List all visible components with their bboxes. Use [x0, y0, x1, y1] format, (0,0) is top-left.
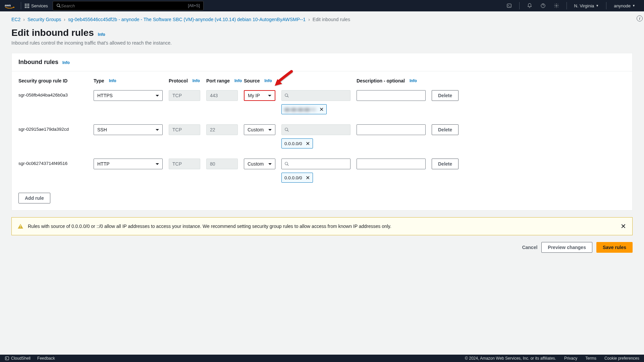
remove-chip-icon[interactable]: ✕: [306, 175, 310, 181]
svg-text:aws: aws: [5, 3, 11, 7]
rule-row: sgr-058fb4d4ba426b0a3HTTPSMy IP▮▮.▮▮.▮▮.…: [18, 90, 626, 114]
rule-id: sgr-02915ae179da392cd: [18, 124, 94, 132]
caret-down-icon: [156, 129, 159, 131]
protocol-input: [169, 90, 200, 101]
services-label: Services: [31, 3, 48, 8]
nav-divider: [21, 2, 21, 9]
nav-divider: [606, 2, 606, 9]
breadcrumb-link[interactable]: sg-0eb455646cc45df2b - anynode - The Sof…: [68, 17, 306, 22]
search-icon: [56, 3, 61, 8]
col-source: SourceInfo: [244, 78, 281, 83]
rule-row: sgr-0c062743714f49516HTTPCustom0.0.0.0/0…: [18, 159, 626, 183]
type-select[interactable]: HTTP: [94, 159, 163, 169]
inbound-rules-panel: Inbound rules Info Security group rule I…: [11, 53, 633, 210]
source-type-select[interactable]: My IP: [244, 90, 275, 101]
col-id: Security group rule ID: [18, 78, 94, 83]
col-description: Description - optionalInfo: [357, 78, 432, 83]
settings-icon-button[interactable]: [550, 0, 563, 11]
remove-chip-icon[interactable]: ✕: [306, 140, 310, 147]
info-link[interactable]: Info: [193, 78, 200, 83]
source-search: [281, 124, 351, 135]
nav-divider: [567, 2, 567, 9]
source-search: [281, 90, 351, 101]
col-type: TypeInfo: [94, 78, 169, 83]
breadcrumb-link[interactable]: EC2: [11, 17, 20, 22]
search-input[interactable]: [61, 3, 188, 8]
info-link[interactable]: Info: [98, 32, 105, 37]
page-desc: Inbound rules control the incoming traff…: [11, 40, 633, 46]
delete-rule-button[interactable]: Delete: [432, 159, 459, 169]
type-select[interactable]: SSH: [94, 124, 163, 135]
cancel-button[interactable]: Cancel: [522, 245, 537, 250]
svg-rect-3: [507, 4, 511, 8]
account-selector[interactable]: anynode▼: [610, 0, 639, 11]
svg-point-8: [285, 128, 288, 131]
top-nav: aws Services [Alt+S] N. Virginia▼ anynod…: [0, 0, 644, 11]
page-title: Edit inbound rules: [11, 27, 94, 38]
terms-link[interactable]: Terms: [585, 356, 596, 361]
info-link[interactable]: Info: [109, 78, 116, 83]
description-input[interactable]: [357, 90, 426, 101]
source-chip: 0.0.0.0/0✕: [281, 138, 313, 148]
breadcrumb-link[interactable]: Security Groups: [28, 17, 61, 22]
svg-line-11: [287, 165, 289, 166]
source-type-select[interactable]: Custom: [244, 159, 275, 169]
info-link[interactable]: Info: [234, 78, 242, 83]
rule-id: sgr-058fb4d4ba426b0a3: [18, 90, 94, 98]
delete-rule-button[interactable]: Delete: [432, 124, 459, 135]
add-rule-button[interactable]: Add rule: [18, 193, 50, 203]
source-type-select[interactable]: Custom: [244, 124, 275, 135]
breadcrumb: EC2 › Security Groups › sg-0eb455646cc45…: [11, 17, 633, 22]
description-input[interactable]: [357, 124, 426, 135]
chevron-right-icon: ›: [64, 17, 65, 22]
region-selector[interactable]: N. Virginia▼: [570, 0, 603, 11]
panel-header: Inbound rules Info: [12, 53, 632, 71]
info-link[interactable]: Info: [62, 60, 70, 65]
rule-column-headers: Security group rule ID TypeInfo Protocol…: [18, 78, 626, 83]
remove-chip-icon[interactable]: ✕: [319, 106, 324, 113]
port-input: [206, 124, 238, 135]
save-rules-button[interactable]: Save rules: [596, 242, 633, 253]
cookie-link[interactable]: Cookie preferences: [604, 356, 639, 361]
svg-point-6: [285, 94, 288, 97]
notifications-icon-button[interactable]: [523, 0, 536, 11]
chevron-right-icon: ›: [23, 17, 25, 22]
help-icon-button[interactable]: [536, 0, 550, 11]
aws-logo[interactable]: aws: [5, 3, 15, 9]
info-link[interactable]: Info: [410, 78, 417, 83]
delete-rule-button[interactable]: Delete: [432, 90, 459, 101]
bottom-bar: CloudShell Feedback © 2024, Amazon Web S…: [0, 355, 644, 362]
info-link[interactable]: Info: [264, 78, 272, 83]
svg-line-9: [287, 130, 289, 132]
cloudshell-link[interactable]: CloudShell: [5, 356, 31, 361]
warning-banner: Rules with source of 0.0.0.0/0 or ::/0 a…: [11, 217, 633, 235]
chevron-right-icon: ›: [308, 17, 310, 22]
copyright: © 2024, Amazon Web Services, Inc. or its…: [465, 356, 556, 361]
caret-down-icon: [156, 95, 159, 97]
port-input: [206, 90, 238, 101]
panel-title: Inbound rules: [18, 59, 58, 65]
caret-down-icon: [156, 163, 159, 165]
port-input: [206, 159, 238, 169]
close-icon[interactable]: ✕: [621, 222, 626, 230]
source-search[interactable]: [281, 159, 351, 169]
services-grid-icon: [24, 3, 29, 8]
info-panel-toggle[interactable]: i: [637, 15, 643, 21]
preview-changes-button[interactable]: Preview changes: [541, 242, 592, 253]
services-button[interactable]: Services: [24, 3, 48, 8]
col-port: Port rangeInfo: [206, 78, 244, 83]
description-input[interactable]: [357, 159, 426, 169]
feedback-link[interactable]: Feedback: [37, 356, 55, 361]
cloudshell-icon-button[interactable]: [502, 0, 516, 11]
svg-point-1: [57, 4, 60, 7]
form-actions: Cancel Preview changes Save rules: [11, 242, 633, 263]
privacy-link[interactable]: Privacy: [564, 356, 577, 361]
type-select[interactable]: HTTPS: [94, 90, 163, 101]
caret-down-icon: [268, 129, 272, 131]
source-chip: ▮▮.▮▮.▮▮.▮▮/32✕: [281, 104, 327, 114]
svg-point-5: [556, 5, 557, 6]
warning-icon: [18, 224, 23, 229]
svg-line-7: [287, 96, 289, 98]
global-search[interactable]: [Alt+S]: [53, 1, 204, 10]
svg-rect-12: [5, 357, 9, 360]
